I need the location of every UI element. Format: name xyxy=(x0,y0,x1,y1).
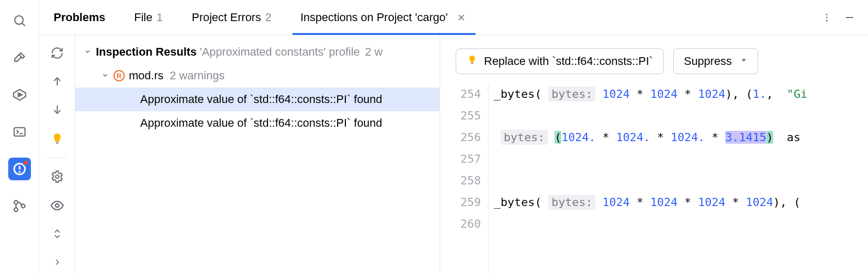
tab-problems[interactable]: Problems xyxy=(39,0,120,35)
svg-point-8 xyxy=(19,172,20,172)
inspection-tree: Inspection Results 'Approximated constan… xyxy=(75,35,440,273)
code-gutter: 254 255 256 257 258 259 260 xyxy=(440,83,489,273)
code-lines[interactable]: _bytes( bytes: 1024 * 1024 * 1024), (1.,… xyxy=(489,83,868,273)
svg-marker-3 xyxy=(18,93,22,97)
tree-file-summary: 2 warnings xyxy=(170,69,224,82)
quick-fix-label: Replace with `std::f64::consts::PI` xyxy=(484,55,653,68)
bulb-icon xyxy=(466,54,478,69)
code-line: _bytes( bytes: 1024 * 1024 * 1024), (1.,… xyxy=(489,83,868,105)
svg-rect-4 xyxy=(14,128,25,136)
chevron-down-icon[interactable] xyxy=(100,71,110,81)
tree-toolbar xyxy=(39,35,75,273)
tree-item-label: Approximate value of `std::f64::consts::… xyxy=(140,93,382,106)
chevron-down-icon[interactable] xyxy=(82,47,93,58)
quick-fix-button[interactable]: Replace with `std::f64::consts::PI` xyxy=(456,48,664,74)
code-line xyxy=(489,213,868,235)
more-icon[interactable] xyxy=(815,6,838,29)
code-line xyxy=(489,105,868,127)
minimize-icon[interactable] xyxy=(838,6,861,29)
tab-project-errors[interactable]: Project Errors 2 xyxy=(177,0,286,35)
eye-icon[interactable] xyxy=(46,195,69,216)
bulb-icon[interactable] xyxy=(46,128,69,149)
notification-dot-icon xyxy=(23,160,29,166)
tree-root-profile: 'Approximated constants' profile xyxy=(200,45,360,59)
suppress-button[interactable]: Suppress xyxy=(673,48,758,74)
svg-rect-20 xyxy=(56,142,58,143)
svg-rect-23 xyxy=(471,63,474,64)
chevron-down-icon xyxy=(740,57,747,66)
line-number: 256 xyxy=(440,127,481,148)
code-line xyxy=(489,148,868,170)
line-number: 258 xyxy=(440,170,481,192)
chevron-right-icon[interactable] xyxy=(46,252,69,273)
line-number: 254 xyxy=(440,83,481,105)
code-preview: 254 255 256 257 258 259 260 _bytes( byte… xyxy=(440,83,868,273)
vcs-icon[interactable] xyxy=(8,195,31,217)
tab-count: 2 xyxy=(265,11,271,24)
arrow-down-icon[interactable] xyxy=(46,99,69,121)
tab-label: Project Errors xyxy=(192,11,261,24)
tree-root[interactable]: Inspection Results 'Approximated constan… xyxy=(75,40,440,64)
line-number: 255 xyxy=(440,105,481,127)
svg-point-16 xyxy=(826,20,827,21)
refresh-icon[interactable] xyxy=(46,42,69,63)
tree-root-count: 2 w xyxy=(365,45,382,59)
tree-warning-item[interactable]: Approximate value of `std::f64::consts::… xyxy=(75,88,440,111)
quick-fix-bar: Replace with `std::f64::consts::PI` Supp… xyxy=(440,35,868,83)
line-number: 257 xyxy=(440,148,481,170)
expand-collapse-icon[interactable] xyxy=(46,223,69,244)
code-line: bytes: (1024. * 1024. * 1024. * 3.1415) … xyxy=(489,127,868,148)
tree-root-title: Inspection Results xyxy=(96,45,197,59)
gear-icon[interactable] xyxy=(46,166,69,187)
tab-inspections[interactable]: Inspections on Project 'cargo' xyxy=(286,0,482,35)
svg-point-21 xyxy=(55,175,59,179)
terminal-icon[interactable] xyxy=(8,121,31,143)
separator xyxy=(47,158,68,158)
line-number: 259 xyxy=(440,192,481,213)
svg-marker-24 xyxy=(741,59,746,61)
close-icon[interactable] xyxy=(455,11,468,24)
tree-file[interactable]: R mod.rs 2 warnings xyxy=(75,64,440,88)
preview-pane: Replace with `std::f64::consts::PI` Supp… xyxy=(440,35,868,273)
suppress-label: Suppress xyxy=(684,55,732,68)
tab-label: Inspections on Project 'cargo' xyxy=(301,11,448,24)
tab-label: File xyxy=(134,11,152,24)
rust-file-icon: R xyxy=(113,70,125,81)
tab-count: 1 xyxy=(157,11,163,24)
tab-label: Problems xyxy=(54,11,105,24)
code-line xyxy=(489,170,868,192)
main-panel: Problems File 1 Project Errors 2 Inspect… xyxy=(39,0,868,273)
tree-file-name: mod.rs xyxy=(129,69,163,82)
svg-point-0 xyxy=(14,16,23,24)
svg-point-14 xyxy=(826,13,827,15)
tabs-bar: Problems File 1 Project Errors 2 Inspect… xyxy=(39,0,868,35)
tab-file[interactable]: File 1 xyxy=(120,0,177,35)
hammer-icon[interactable] xyxy=(8,46,31,69)
play-icon[interactable] xyxy=(8,83,31,106)
code-line: _bytes( bytes: 1024 * 1024 * 1024 * 1024… xyxy=(489,192,868,213)
tree-item-label: Approximate value of `std::f64::consts::… xyxy=(140,116,382,130)
problems-icon[interactable] xyxy=(8,158,31,180)
arrow-up-icon[interactable] xyxy=(46,71,69,92)
svg-point-22 xyxy=(55,203,59,207)
line-number: 260 xyxy=(440,213,481,235)
tree-warning-item[interactable]: Approximate value of `std::f64::consts::… xyxy=(75,111,440,135)
search-icon[interactable] xyxy=(8,9,31,32)
svg-point-15 xyxy=(826,16,827,18)
svg-point-10 xyxy=(14,208,18,212)
left-tool-rail xyxy=(0,0,39,273)
svg-line-1 xyxy=(22,23,25,26)
svg-point-9 xyxy=(14,201,18,204)
